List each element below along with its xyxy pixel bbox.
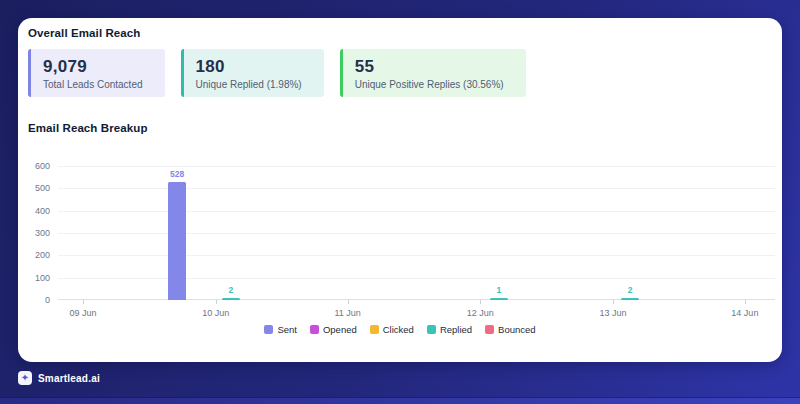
brand-name: Smartlead.ai [38,373,100,384]
legend-item-opened[interactable]: Opened [310,324,357,335]
x-axis-tick-mark [83,300,84,304]
legend-swatch-opened [310,325,319,334]
stats-row: 9,079 Total Leads Contacted 180 Unique R… [28,49,526,97]
bar-sent[interactable] [168,182,186,300]
legend-item-replied[interactable]: Replied [427,324,472,335]
x-axis-tick-mark [613,300,614,304]
x-axis-tick-mark [348,300,349,304]
gridline [58,233,775,234]
bar-replied[interactable] [490,298,508,300]
stat-card-unique-replied: 180 Unique Replied (1.98%) [181,49,324,97]
x-axis-tick-label: 14 Jun [731,308,758,318]
legend-label: Replied [440,324,472,335]
y-axis-tick-label: 300 [35,228,50,238]
x-axis-tick-label: 10 Jun [202,308,229,318]
y-axis-tick-label: 500 [35,183,50,193]
bar-value-label: 2 [628,285,633,295]
x-axis-tick-mark [480,300,481,304]
email-reach-breakup-title: Email Reach Breakup [28,122,148,134]
x-axis-tick-mark [745,300,746,304]
gridline [58,188,775,189]
gridline [58,255,775,256]
legend-swatch-replied [427,325,436,334]
smartlead-logo-icon: ✦ [18,371,32,385]
stat-card-unique-positive-replies: 55 Unique Positive Replies (30.56%) [340,49,526,97]
x-axis-tick-label: 11 Jun [334,308,360,318]
x-axis-tick-label: 13 Jun [599,308,626,318]
bar-replied[interactable] [621,298,639,300]
gridline [58,278,775,279]
stat-value: 55 [355,56,504,77]
legend-swatch-bounced [485,325,494,334]
legend-label: Opened [323,324,357,335]
legend-item-clicked[interactable]: Clicked [370,324,414,335]
x-axis-line [58,299,775,300]
x-axis-tick-label: 12 Jun [467,308,494,318]
legend-item-bounced[interactable]: Bounced [485,324,536,335]
y-axis-tick-label: 600 [35,161,50,171]
legend-label: Sent [277,324,297,335]
legend-label: Clicked [383,324,414,335]
bar-value-label: 1 [497,285,502,295]
y-axis-tick-label: 200 [35,250,50,260]
stat-label: Unique Positive Replies (30.56%) [355,79,504,90]
dashboard-card: Overall Email Reach 9,079 Total Leads Co… [18,18,782,362]
bottom-accent-strip [0,397,800,404]
y-axis-tick-label: 100 [35,273,50,283]
bar-value-label: 2 [228,285,233,295]
stat-value: 180 [196,56,302,77]
stat-label: Unique Replied (1.98%) [196,79,302,90]
legend-label: Bounced [498,324,536,335]
y-axis-tick-label: 0 [45,295,50,305]
legend-item-sent[interactable]: Sent [264,324,297,335]
chart-legend: SentOpenedClickedRepliedBounced [18,324,782,335]
brand-logo: ✦ Smartlead.ai [18,371,100,385]
y-axis-tick-label: 400 [35,206,50,216]
gridline [58,211,775,212]
stat-card-leads-contacted: 9,079 Total Leads Contacted [28,49,165,97]
stat-label: Total Leads Contacted [43,79,143,90]
x-axis-tick-mark [216,300,217,304]
chart-plot: 010020030040050060009 Jun10 Jun11 Jun12 … [58,166,775,300]
x-axis-tick-label: 09 Jun [70,308,97,318]
gridline [58,166,775,167]
legend-swatch-clicked [370,325,379,334]
legend-swatch-sent [264,325,273,334]
overall-email-reach-title: Overall Email Reach [28,27,141,39]
bar-replied[interactable] [222,298,240,300]
bar-value-label: 528 [170,169,184,179]
stat-value: 9,079 [43,56,143,77]
